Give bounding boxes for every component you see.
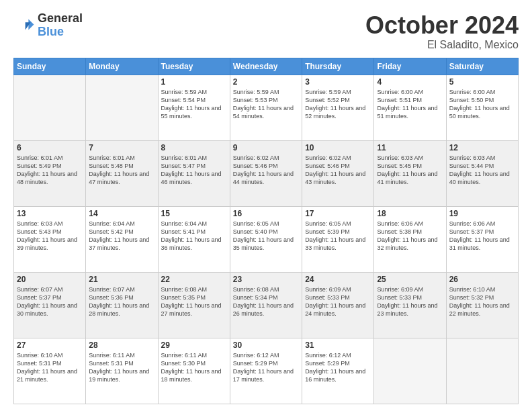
calendar-day-cell <box>374 338 446 404</box>
calendar-day-cell: 18Sunrise: 6:06 AMSunset: 5:38 PMDayligh… <box>374 206 446 272</box>
day-number: 1 <box>161 77 227 87</box>
day-info: Sunrise: 6:05 AMSunset: 5:39 PMDaylight:… <box>305 220 371 253</box>
subtitle: El Saladito, Mexico <box>365 39 519 51</box>
calendar-day-cell <box>446 338 518 404</box>
calendar-day-cell: 30Sunrise: 6:12 AMSunset: 5:29 PMDayligh… <box>230 338 302 404</box>
day-info: Sunrise: 6:11 AMSunset: 5:31 PMDaylight:… <box>89 351 154 384</box>
day-number: 21 <box>89 275 154 284</box>
day-number: 23 <box>233 275 299 284</box>
day-number: 14 <box>89 209 154 218</box>
column-header-saturday: Saturday <box>446 58 518 75</box>
day-number: 13 <box>17 209 83 218</box>
calendar-week-row: 20Sunrise: 6:07 AMSunset: 5:37 PMDayligh… <box>14 272 519 338</box>
calendar-table: SundayMondayTuesdayWednesdayThursdayFrid… <box>13 58 519 404</box>
day-number: 15 <box>161 209 227 218</box>
day-number: 24 <box>305 275 371 284</box>
day-info: Sunrise: 6:02 AMSunset: 5:46 PMDaylight:… <box>305 154 371 187</box>
day-number: 31 <box>305 340 371 350</box>
calendar-day-cell: 17Sunrise: 6:05 AMSunset: 5:39 PMDayligh… <box>302 206 374 272</box>
day-number: 29 <box>161 340 227 350</box>
day-number: 28 <box>89 340 154 350</box>
calendar-day-cell: 15Sunrise: 6:04 AMSunset: 5:41 PMDayligh… <box>158 206 230 272</box>
day-info: Sunrise: 6:03 AMSunset: 5:43 PMDaylight:… <box>17 220 83 253</box>
day-info: Sunrise: 6:02 AMSunset: 5:46 PMDaylight:… <box>233 154 299 187</box>
calendar-day-cell: 9Sunrise: 6:02 AMSunset: 5:46 PMDaylight… <box>230 140 302 206</box>
calendar-day-cell: 21Sunrise: 6:07 AMSunset: 5:36 PMDayligh… <box>86 272 158 338</box>
calendar-day-cell: 27Sunrise: 6:10 AMSunset: 5:31 PMDayligh… <box>14 338 86 404</box>
day-number: 27 <box>17 340 83 350</box>
day-info: Sunrise: 6:09 AMSunset: 5:33 PMDaylight:… <box>305 285 371 318</box>
calendar-day-cell: 16Sunrise: 6:05 AMSunset: 5:40 PMDayligh… <box>230 206 302 272</box>
calendar-day-cell: 6Sunrise: 6:01 AMSunset: 5:49 PMDaylight… <box>14 140 86 206</box>
day-info: Sunrise: 5:59 AMSunset: 5:54 PMDaylight:… <box>161 88 227 121</box>
day-info: Sunrise: 6:06 AMSunset: 5:38 PMDaylight:… <box>377 220 443 253</box>
svg-marker-0 <box>28 19 34 30</box>
day-info: Sunrise: 5:59 AMSunset: 5:53 PMDaylight:… <box>233 88 299 121</box>
calendar-day-cell: 8Sunrise: 6:01 AMSunset: 5:47 PMDaylight… <box>158 140 230 206</box>
day-number: 30 <box>233 340 299 350</box>
day-number: 16 <box>233 209 299 218</box>
day-number: 6 <box>17 143 83 152</box>
column-header-monday: Monday <box>86 58 158 75</box>
day-number: 25 <box>377 275 443 284</box>
calendar-week-row: 1Sunrise: 5:59 AMSunset: 5:54 PMDaylight… <box>14 75 519 140</box>
day-info: Sunrise: 5:59 AMSunset: 5:52 PMDaylight:… <box>305 88 371 121</box>
calendar-day-cell: 10Sunrise: 6:02 AMSunset: 5:46 PMDayligh… <box>302 140 374 206</box>
day-info: Sunrise: 6:01 AMSunset: 5:49 PMDaylight:… <box>17 154 83 187</box>
calendar-day-cell: 11Sunrise: 6:03 AMSunset: 5:45 PMDayligh… <box>374 140 446 206</box>
day-number: 22 <box>161 275 227 284</box>
calendar-day-cell <box>14 75 86 140</box>
day-number: 26 <box>449 275 515 284</box>
column-header-wednesday: Wednesday <box>230 58 302 75</box>
day-number: 9 <box>233 143 299 152</box>
page: General Blue October 2024 El Saladito, M… <box>0 0 532 411</box>
day-number: 10 <box>305 143 371 152</box>
day-info: Sunrise: 6:05 AMSunset: 5:40 PMDaylight:… <box>233 220 299 253</box>
day-info: Sunrise: 6:04 AMSunset: 5:42 PMDaylight:… <box>89 220 154 253</box>
day-info: Sunrise: 6:08 AMSunset: 5:34 PMDaylight:… <box>233 285 299 318</box>
main-title: October 2024 <box>365 12 519 39</box>
calendar-day-cell: 24Sunrise: 6:09 AMSunset: 5:33 PMDayligh… <box>302 272 374 338</box>
day-info: Sunrise: 6:12 AMSunset: 5:29 PMDaylight:… <box>233 351 299 384</box>
calendar-week-row: 27Sunrise: 6:10 AMSunset: 5:31 PMDayligh… <box>14 338 519 404</box>
calendar-week-row: 13Sunrise: 6:03 AMSunset: 5:43 PMDayligh… <box>14 206 519 272</box>
calendar-header-row: SundayMondayTuesdayWednesdayThursdayFrid… <box>14 58 519 75</box>
day-info: Sunrise: 6:08 AMSunset: 5:35 PMDaylight:… <box>161 285 227 318</box>
day-number: 12 <box>449 143 515 152</box>
calendar-day-cell: 26Sunrise: 6:10 AMSunset: 5:32 PMDayligh… <box>446 272 518 338</box>
day-info: Sunrise: 6:10 AMSunset: 5:32 PMDaylight:… <box>449 285 515 318</box>
header: General Blue October 2024 El Saladito, M… <box>13 12 519 51</box>
day-number: 7 <box>89 143 154 152</box>
calendar-day-cell: 19Sunrise: 6:06 AMSunset: 5:37 PMDayligh… <box>446 206 518 272</box>
logo-text: General Blue <box>38 12 83 39</box>
calendar-day-cell: 25Sunrise: 6:09 AMSunset: 5:33 PMDayligh… <box>374 272 446 338</box>
column-header-tuesday: Tuesday <box>158 58 230 75</box>
day-number: 19 <box>449 209 515 218</box>
column-header-friday: Friday <box>374 58 446 75</box>
day-info: Sunrise: 6:11 AMSunset: 5:30 PMDaylight:… <box>161 351 227 384</box>
day-info: Sunrise: 6:10 AMSunset: 5:31 PMDaylight:… <box>17 351 83 384</box>
day-info: Sunrise: 6:00 AMSunset: 5:50 PMDaylight:… <box>449 88 515 121</box>
day-info: Sunrise: 6:04 AMSunset: 5:41 PMDaylight:… <box>161 220 227 253</box>
day-info: Sunrise: 6:03 AMSunset: 5:44 PMDaylight:… <box>449 154 515 187</box>
day-number: 3 <box>305 77 371 87</box>
column-header-thursday: Thursday <box>302 58 374 75</box>
day-number: 8 <box>161 143 227 152</box>
day-number: 20 <box>17 275 83 284</box>
calendar-day-cell: 2Sunrise: 5:59 AMSunset: 5:53 PMDaylight… <box>230 75 302 140</box>
logo: General Blue <box>13 12 83 39</box>
day-number: 2 <box>233 77 299 87</box>
calendar-day-cell: 13Sunrise: 6:03 AMSunset: 5:43 PMDayligh… <box>14 206 86 272</box>
calendar-day-cell: 31Sunrise: 6:12 AMSunset: 5:29 PMDayligh… <box>302 338 374 404</box>
day-info: Sunrise: 6:01 AMSunset: 5:48 PMDaylight:… <box>89 154 154 187</box>
calendar-day-cell: 14Sunrise: 6:04 AMSunset: 5:42 PMDayligh… <box>86 206 158 272</box>
day-info: Sunrise: 6:07 AMSunset: 5:36 PMDaylight:… <box>89 285 154 318</box>
day-number: 4 <box>377 77 443 87</box>
calendar-day-cell: 29Sunrise: 6:11 AMSunset: 5:30 PMDayligh… <box>158 338 230 404</box>
day-info: Sunrise: 6:00 AMSunset: 5:51 PMDaylight:… <box>377 88 443 121</box>
day-info: Sunrise: 6:01 AMSunset: 5:47 PMDaylight:… <box>161 154 227 187</box>
calendar-day-cell: 12Sunrise: 6:03 AMSunset: 5:44 PMDayligh… <box>446 140 518 206</box>
logo-general: General <box>38 12 83 26</box>
calendar-day-cell: 20Sunrise: 6:07 AMSunset: 5:37 PMDayligh… <box>14 272 86 338</box>
day-number: 5 <box>449 77 515 87</box>
